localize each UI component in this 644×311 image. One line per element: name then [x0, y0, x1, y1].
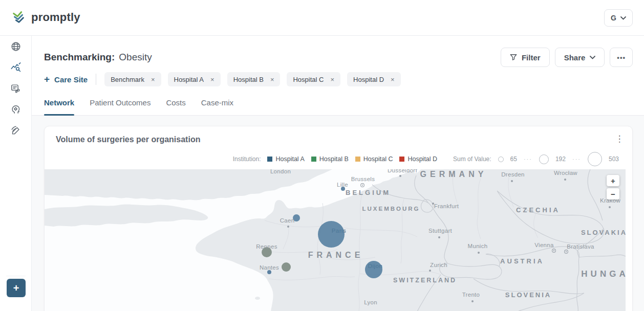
chip-close-icon[interactable]: × — [391, 76, 395, 83]
institution-legend-label: Institution: — [233, 156, 261, 163]
card-menu-button[interactable]: ⋮ — [613, 132, 626, 146]
card-title: Volume of surgeries per organisation — [56, 135, 200, 144]
map-city-label: Stuttgart — [428, 228, 453, 234]
tab-patient-outcomes[interactable]: Patient Outcomes — [90, 97, 151, 115]
promptly-leaf-icon — [11, 9, 27, 26]
globe-icon — [10, 41, 22, 52]
filter-button[interactable]: Filter — [501, 48, 550, 67]
size-value: 503 — [609, 156, 619, 163]
legend-item[interactable]: Hospital D — [399, 156, 437, 163]
map-city-label: Dusseldorf — [388, 169, 417, 173]
legend-swatch — [311, 157, 316, 162]
legend-swatch — [355, 157, 360, 162]
logo-text: promptly — [31, 11, 80, 24]
city-dot — [471, 300, 474, 302]
map-city-label: Lyon — [364, 299, 377, 305]
city-dot — [609, 206, 611, 208]
surgeries-volume-card: Volume of surgeries per organisation ⋮ I… — [44, 126, 633, 311]
volume-bubble-dijon[interactable] — [365, 261, 382, 278]
legend-item[interactable]: Hospital A — [267, 156, 304, 163]
share-button[interactable]: Share — [555, 48, 605, 67]
map-country-label: AUSTRIA — [500, 257, 544, 265]
chart-legend: Institution: Hospital AHospital BHospita… — [233, 151, 619, 167]
capital-marker-dot — [553, 250, 554, 251]
map-city-label: Vienna — [534, 242, 554, 248]
legend-swatch — [267, 157, 272, 162]
sidebar-item-globe[interactable] — [6, 41, 26, 52]
map-island — [276, 225, 278, 227]
europe-map[interactable]: ParisDijon LondonDusseldorfBrusselsLille… — [45, 169, 626, 311]
sidebar-item-analytics[interactable] — [6, 62, 26, 73]
chevron-down-icon — [590, 56, 595, 59]
chip-close-icon[interactable]: × — [270, 76, 274, 83]
chip-label: Hospital B — [233, 76, 264, 83]
filter-chips: Benchmark×Hospital A×Hospital B×Hospital… — [104, 72, 400, 86]
map-country-label: FRANCE — [308, 251, 364, 259]
legend-label: Hospital D — [407, 156, 437, 163]
user-menu-button[interactable]: G — [604, 9, 633, 27]
user-initial: G — [611, 14, 616, 22]
city-dot — [399, 175, 401, 177]
size-circle — [498, 157, 504, 162]
promptly-logo[interactable]: promptly — [11, 9, 80, 26]
filter-chip[interactable]: Hospital A× — [168, 72, 221, 86]
ellipsis-icon: ••• — [617, 54, 626, 61]
chip-close-icon[interactable]: × — [151, 76, 155, 83]
map-city-label: Bratislava — [567, 243, 594, 250]
size-separator: ··· — [572, 156, 581, 162]
map-city-label: Caen — [280, 217, 295, 224]
app-header: promptly G — [0, 0, 644, 36]
sidebar-item-edit[interactable] — [6, 125, 26, 136]
legend-item[interactable]: Hospital C — [355, 156, 393, 163]
tab-costs[interactable]: Costs — [166, 97, 185, 115]
chip-close-icon[interactable]: × — [330, 76, 334, 83]
map-city-label: Nantes — [260, 264, 279, 271]
volume-bubble-paris[interactable] — [318, 221, 345, 248]
city-dot — [511, 180, 513, 182]
legend-item[interactable]: Hospital B — [311, 156, 349, 163]
map-city-label: Zurich — [430, 262, 447, 268]
map-city-label: Lille — [337, 182, 348, 188]
map-city-label: Munich — [468, 243, 488, 249]
sidebar-item-ai[interactable] — [6, 104, 26, 115]
size-value: 65 — [510, 156, 517, 163]
sidebar-item-forms[interactable] — [6, 83, 26, 94]
map-zoom-controls: + − — [607, 175, 619, 199]
city-dot — [438, 236, 440, 238]
map-city-label: Brussels — [351, 176, 375, 182]
page-title-value: Obesity — [119, 52, 152, 63]
map-country-label: LUXEMBOURG — [362, 206, 420, 212]
more-options-button[interactable]: ••• — [610, 48, 633, 67]
filter-chip[interactable]: Hospital D× — [347, 72, 401, 86]
capital-marker-dot — [566, 251, 567, 252]
map-island — [255, 297, 260, 300]
map-country-label: HUNGARY — [581, 269, 626, 279]
chevron-down-icon — [620, 16, 626, 20]
size-value: 192 — [555, 156, 566, 163]
chip-label: Hospital D — [353, 76, 384, 83]
tab-network[interactable]: Network — [44, 97, 74, 115]
map-city-label: Dresden — [501, 171, 525, 177]
volume-bubble-nantes-east[interactable] — [282, 262, 291, 272]
zoom-out-button[interactable]: − — [607, 188, 619, 199]
zoom-in-button[interactable]: + — [607, 175, 619, 186]
tab-case-mix[interactable]: Case-mix — [201, 97, 233, 115]
map-country-label: SLOVAKIA — [581, 229, 626, 236]
sidebar-add-button[interactable]: + — [7, 279, 26, 297]
volume-bubble-nantes[interactable] — [267, 270, 271, 274]
chip-close-icon[interactable]: × — [210, 76, 214, 83]
map-city-label: Frankfurt — [434, 203, 459, 209]
plus-icon: + — [44, 74, 50, 84]
size-legend-label: Sum of Value: — [453, 156, 491, 163]
map-country-label: GERMANY — [420, 170, 487, 179]
funnel-icon — [510, 54, 517, 61]
city-dot — [478, 252, 480, 254]
add-care-site-button[interactable]: + Care Site — [44, 75, 88, 84]
filter-chip[interactable]: Benchmark× — [104, 72, 161, 86]
main-content: Benchmarking: Obesity Filter Share ••• + — [32, 36, 644, 311]
city-dot — [429, 270, 431, 272]
chip-label: Hospital C — [293, 76, 324, 83]
filter-chip[interactable]: Hospital B× — [227, 72, 281, 86]
filter-chip[interactable]: Hospital C× — [287, 72, 340, 86]
sidebar-divider — [6, 276, 26, 276]
